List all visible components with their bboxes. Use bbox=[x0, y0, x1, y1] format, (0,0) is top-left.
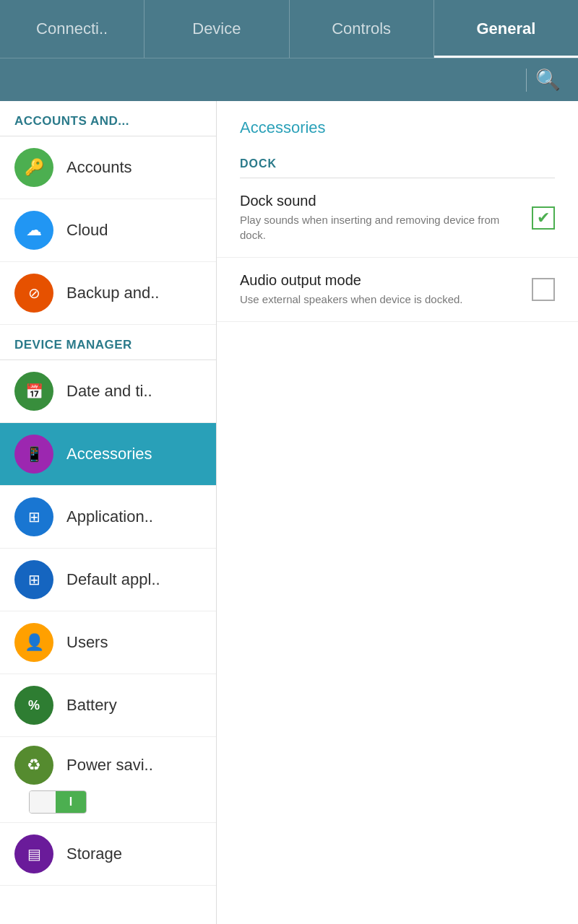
power-saving-icon: ♻ bbox=[14, 746, 53, 785]
search-icon[interactable]: 🔍 bbox=[535, 68, 561, 92]
battery-icon: % bbox=[14, 686, 53, 725]
tab-device[interactable]: Device bbox=[144, 0, 289, 58]
dock-sound-desc: Play sounds when inserting and removing … bbox=[240, 212, 520, 243]
dock-sound-row[interactable]: Dock sound Play sounds when inserting an… bbox=[217, 178, 578, 258]
sidebar-item-accessories[interactable]: 📱 Accessories bbox=[0, 423, 216, 486]
accounts-icon: 🔑 bbox=[14, 148, 53, 187]
date-time-icon: 📅 bbox=[14, 372, 53, 411]
sidebar-item-date-time[interactable]: 📅 Date and ti.. bbox=[0, 360, 216, 423]
accessories-icon: 📱 bbox=[14, 435, 53, 474]
backup-icon: ⊘ bbox=[14, 274, 53, 313]
sidebar-item-users[interactable]: 👤 Users bbox=[0, 611, 216, 674]
sidebar: ACCOUNTS AND... 🔑 Accounts ☁ Cloud ⊘ Bac… bbox=[0, 101, 217, 924]
content-panel: Accessories DOCK Dock sound Play sounds … bbox=[217, 101, 578, 924]
default-apps-icon: ⊞ bbox=[14, 560, 53, 599]
search-bar: 🔍 bbox=[0, 58, 578, 101]
date-time-label: Date and ti.. bbox=[66, 382, 152, 401]
cloud-icon: ☁ bbox=[14, 211, 53, 250]
tab-general[interactable]: General bbox=[434, 0, 578, 58]
sidebar-item-default-apps[interactable]: ⊞ Default appl.. bbox=[0, 549, 216, 611]
dock-sound-checkbox[interactable]: ✔ bbox=[532, 206, 555, 230]
accessories-label: Accessories bbox=[66, 445, 152, 463]
cloud-label: Cloud bbox=[66, 221, 108, 240]
storage-icon: ▤ bbox=[14, 834, 53, 873]
dock-sound-checkmark: ✔ bbox=[537, 210, 550, 226]
audio-output-checkbox[interactable] bbox=[532, 278, 555, 301]
users-label: Users bbox=[66, 633, 108, 652]
divider bbox=[526, 69, 527, 92]
dock-section-title: DOCK bbox=[217, 143, 578, 178]
backup-label: Backup and.. bbox=[66, 284, 159, 302]
storage-label: Storage bbox=[66, 845, 122, 863]
battery-label: Battery bbox=[66, 696, 117, 715]
tab-connectivity[interactable]: Connecti.. bbox=[0, 0, 144, 58]
sidebar-item-accounts[interactable]: 🔑 Accounts bbox=[0, 136, 216, 199]
applications-icon: ⊞ bbox=[14, 497, 53, 536]
default-apps-label: Default appl.. bbox=[66, 570, 160, 589]
main-layout: ACCOUNTS AND... 🔑 Accounts ☁ Cloud ⊘ Bac… bbox=[0, 101, 578, 924]
audio-output-title: Audio output mode bbox=[240, 272, 520, 289]
audio-output-desc: Use external speakers when device is doc… bbox=[240, 292, 520, 307]
accounts-section-header: ACCOUNTS AND... bbox=[0, 101, 216, 136]
content-breadcrumb: Accessories bbox=[217, 101, 578, 143]
tab-controls[interactable]: Controls bbox=[290, 0, 434, 58]
device-manager-section-header: DEVICE MANAGER bbox=[0, 325, 216, 359]
users-icon: 👤 bbox=[14, 623, 53, 662]
sidebar-item-power-saving[interactable]: ♻ Power savi.. I bbox=[0, 737, 216, 823]
sidebar-item-backup[interactable]: ⊘ Backup and.. bbox=[0, 262, 216, 325]
dock-sound-title: Dock sound bbox=[240, 193, 520, 209]
power-saving-toggle[interactable]: I bbox=[29, 790, 202, 814]
sidebar-item-applications[interactable]: ⊞ Application.. bbox=[0, 486, 216, 549]
sidebar-item-storage[interactable]: ▤ Storage bbox=[0, 823, 216, 886]
accounts-label: Accounts bbox=[66, 158, 132, 177]
applications-label: Application.. bbox=[66, 507, 153, 526]
audio-output-row[interactable]: Audio output mode Use external speakers … bbox=[217, 258, 578, 322]
sidebar-item-cloud[interactable]: ☁ Cloud bbox=[0, 199, 216, 262]
sidebar-item-battery[interactable]: % Battery bbox=[0, 674, 216, 737]
top-tab-bar: Connecti.. Device Controls General bbox=[0, 0, 578, 58]
power-saving-label: Power savi.. bbox=[66, 756, 153, 775]
